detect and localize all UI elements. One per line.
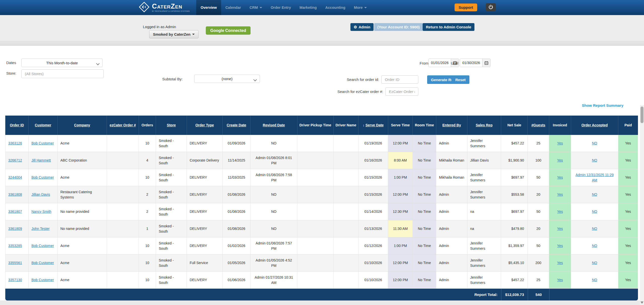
cell-net: $1,900.90	[501, 152, 528, 169]
nav-item-accounting[interactable]: Accounting	[321, 0, 350, 15]
nav-item-more[interactable]: More	[350, 0, 371, 15]
invoiced-link[interactable]: Yes	[557, 175, 563, 179]
customer-link[interactable]: Jill Hammett	[31, 158, 51, 162]
caterzen-logo[interactable]: CaterZen BY RESTAURANT & CATERING SYSTEM…	[139, 2, 190, 13]
cell-driver	[334, 169, 358, 186]
column-header-driver_pickup_time: Driver Pickup Time	[297, 116, 334, 135]
reset-button[interactable]: Reset	[452, 75, 469, 84]
column-header-company[interactable]: Company	[58, 116, 107, 135]
id-link[interactable]: 3357130	[8, 278, 22, 282]
cell-driver	[334, 255, 358, 272]
customer-link[interactable]: Bob Customer	[31, 141, 54, 145]
accepted-link[interactable]: Admin 12/31/2025 11:29 AM	[576, 173, 614, 182]
order-id-search-input[interactable]	[381, 75, 418, 84]
scrollbar-down-arrow-icon[interactable]	[640, 301, 643, 304]
nav-item-overview[interactable]: Overview	[196, 0, 221, 15]
cell-store: Smoked - South	[156, 237, 187, 255]
column-header-entered_by[interactable]: Entered By	[436, 116, 467, 135]
cell-accepted: NO	[571, 186, 618, 203]
id-link[interactable]: 3266712	[8, 158, 22, 162]
invoiced-link[interactable]: Yes	[557, 158, 563, 162]
location-dropdown[interactable]: Smoked by CaterZen	[149, 30, 198, 38]
invoiced-link[interactable]: Yes	[557, 261, 563, 265]
nav-item-marketing[interactable]: Marketing	[295, 0, 321, 15]
id-link[interactable]: 3361807	[8, 210, 22, 214]
invoiced-link[interactable]: Yes	[557, 141, 563, 145]
accepted-link[interactable]: NO	[592, 244, 597, 248]
id-link[interactable]: 3361808	[8, 192, 22, 196]
column-header-revised_date[interactable]: Revised Date	[251, 116, 297, 135]
customer-link[interactable]: Jillian Davis	[31, 192, 50, 196]
nav-item-order-entry[interactable]: Order Entry	[266, 0, 295, 15]
column-header-order_id[interactable]: Order ID	[5, 116, 29, 135]
cell-paid: Yes	[618, 237, 638, 255]
accepted-link[interactable]: NO	[592, 227, 597, 231]
until-date-input[interactable]	[460, 59, 482, 67]
logout-button[interactable]	[486, 3, 496, 11]
cell-room: No Time	[413, 272, 436, 289]
id-link[interactable]: 3363126	[8, 141, 22, 145]
nav-item-crm[interactable]: CRM	[245, 0, 266, 15]
accepted-link[interactable]: NO	[592, 158, 597, 162]
invoiced-link[interactable]: Yes	[557, 244, 563, 248]
account-id-button[interactable]: (Your Account ID: 5900)	[374, 23, 423, 31]
invoiced-link[interactable]: Yes	[557, 227, 563, 231]
accepted-link[interactable]: NO	[592, 210, 597, 214]
cell-company: No name provided	[58, 220, 107, 237]
subtotal-select[interactable]: (none)	[194, 75, 260, 83]
cell-id: 3361807	[5, 203, 29, 220]
from-date-input[interactable]	[429, 59, 451, 67]
cell-entered: Admin	[436, 203, 467, 220]
cell-entered: Admin	[436, 186, 467, 203]
invoiced-link[interactable]: Yes	[557, 210, 563, 214]
column-header-order_type[interactable]: Order Type	[187, 116, 223, 135]
invoiced-link[interactable]: Yes	[557, 278, 563, 282]
accepted-link[interactable]: NO	[592, 192, 597, 196]
show-report-summary-link[interactable]: Show Report Summary	[582, 103, 623, 108]
scrollbar-thumb[interactable]	[640, 107, 643, 123]
customer-link[interactable]: Bob Customer	[31, 278, 54, 282]
column-header-order_accepted[interactable]: Order Accepted	[571, 116, 618, 135]
cell-id: 3361809	[5, 220, 29, 237]
support-button[interactable]: Support	[455, 4, 477, 11]
chevron-down-icon	[96, 62, 100, 66]
id-link[interactable]: 3361809	[8, 227, 22, 231]
cell-ezcater	[107, 186, 139, 203]
dates-select[interactable]: This Month-to-date	[21, 59, 103, 67]
invoiced-link[interactable]: Yes	[557, 192, 563, 196]
accepted-link[interactable]: NO	[592, 278, 597, 282]
cell-customer: Bob Customer	[29, 272, 58, 289]
column-header-guests[interactable]: #Guests	[528, 116, 549, 135]
accepted-link[interactable]: NO	[592, 261, 597, 265]
cell-type: DELIVERY	[187, 272, 223, 289]
customer-link[interactable]: Bob Customer	[31, 244, 54, 248]
column-header-create_date[interactable]: Create Date	[223, 116, 251, 135]
cell-customer: Jillian Davis	[29, 186, 58, 203]
ezcater-search-input[interactable]	[385, 87, 418, 96]
column-header-store[interactable]: Store	[156, 116, 187, 135]
google-connected-button[interactable]: Google Connected	[206, 26, 251, 35]
calendar-icon[interactable]	[482, 59, 490, 67]
nav-item-calendar[interactable]: Calendar	[221, 0, 245, 15]
column-header-serve_time: Serve Time	[388, 116, 413, 135]
customer-link[interactable]: Bob Customer	[31, 261, 54, 265]
admin-button[interactable]: ⚙ Admin	[350, 23, 374, 31]
customer-link[interactable]: Nancy Smith	[31, 210, 51, 214]
customer-link[interactable]: Bob Customer	[31, 175, 54, 179]
cell-driver	[334, 152, 358, 169]
column-header-customer[interactable]: Customer	[29, 116, 58, 135]
id-link[interactable]: 3355561	[8, 261, 22, 265]
cell-serve_time: 8:00 AM	[388, 152, 413, 169]
customer-link[interactable]: John Tester	[31, 227, 50, 231]
accepted-link[interactable]: NO	[592, 141, 597, 145]
id-link[interactable]: 3244004	[8, 175, 22, 179]
vertical-scrollbar[interactable]	[640, 105, 644, 305]
id-link[interactable]: 3353285	[8, 244, 22, 248]
store-input[interactable]	[21, 69, 104, 78]
cell-customer: Nancy Smith	[29, 203, 58, 220]
column-header-ezcater_order[interactable]: ezCater Order #	[107, 116, 139, 135]
column-header-sales_rep[interactable]: Sales Rep	[467, 116, 501, 135]
order-row: 3361808Jillian DavisRestaurant Catering …	[5, 186, 638, 203]
column-header-serve_date[interactable]: ↓ Serve Date	[358, 116, 388, 135]
return-admin-console-button[interactable]: Return to Admin Console	[423, 23, 474, 31]
